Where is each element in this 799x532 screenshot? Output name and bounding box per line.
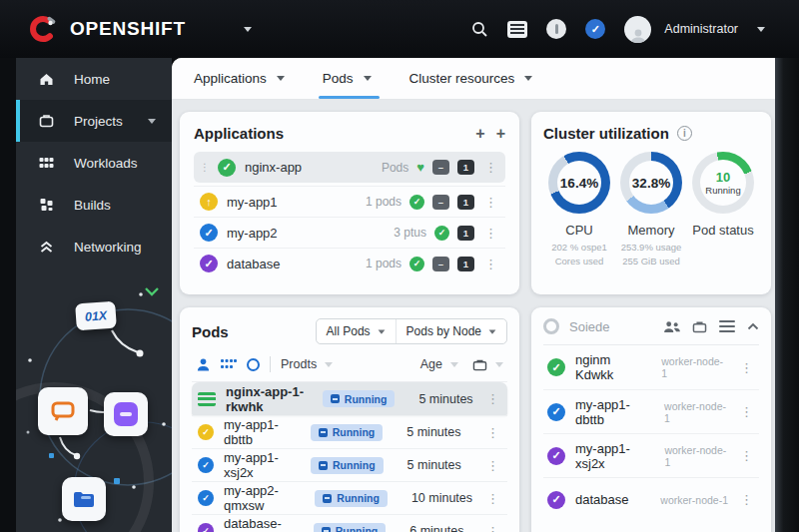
kebab-menu-icon[interactable]: ⋮ [484, 524, 501, 532]
health-heart-icon: ♥ [416, 160, 424, 175]
status-success-icon: ✓ [547, 358, 565, 376]
divider [270, 356, 271, 372]
topology-illustration: ÷ 01X [16, 282, 172, 532]
tab-applications[interactable]: Applications [194, 58, 285, 99]
kebab-menu-icon[interactable]: ⋮ [484, 458, 501, 473]
kebab-menu-icon[interactable]: ⋮ [482, 226, 499, 241]
pod-row[interactable]: ✓ my-app2-qmxsw Running 10 minutes ⋮ [192, 481, 507, 514]
tab-label: Cluster resources [409, 71, 515, 86]
badge-count: 1 [457, 160, 474, 175]
filter-label: All Pods [327, 324, 371, 338]
add-resource-button[interactable]: + [496, 126, 505, 142]
application-name: database [227, 257, 281, 271]
tab-label: Pods [323, 71, 354, 86]
sidebar-item-workloads[interactable]: Workloads [16, 142, 172, 184]
sidebar-item-networking[interactable]: Networking [16, 226, 172, 267]
status-db-icon: ✓ [547, 447, 565, 465]
avatar[interactable] [624, 16, 651, 43]
application-row-my-app2[interactable]: ✓ my-app2 3 ptus ✓ 1 ⋮ [194, 217, 505, 248]
chevron-down-icon [450, 362, 458, 367]
kebab-menu-icon[interactable]: ⋮ [738, 360, 755, 375]
cpu-donut-chart: 16.4% [548, 152, 610, 214]
resource-dropdown[interactable]: Prodts [281, 357, 333, 371]
application-name: my-app2 [227, 226, 278, 241]
node-label: worker-node-1 [660, 494, 728, 506]
openshift-console: OPENSHIFT ✓ Administrator Home [0, 0, 799, 532]
kebab-menu-icon[interactable]: ⋮ [738, 448, 755, 463]
pod-row[interactable]: ✓ my-app1-dbttb Running 5 minutes ⋮ [192, 415, 507, 448]
people-icon[interactable] [663, 320, 680, 333]
cluster-utilization-panel: Cluster utilization i 16.4% CPU 202 % os… [531, 112, 771, 294]
applications-panel: Applications + + ⋮ ✓ nginx-app Pods ♥ – … [180, 112, 519, 294]
memory-percent: 32.8% [632, 176, 670, 191]
filter-pods-by-node[interactable]: Pods by Node [396, 319, 506, 343]
kebab-menu-icon[interactable]: ⋮ [484, 391, 501, 406]
ring-filter-icon[interactable] [247, 358, 260, 371]
tab-cluster-resources[interactable]: Cluster resources [409, 58, 533, 99]
pod-row-nginx[interactable]: nginx-app-1-rkwhk Running 5 minutes ⋮ [192, 382, 507, 415]
chat-node-card [38, 387, 88, 435]
resource-dropdown-label: Prodts [281, 357, 317, 371]
status-success-icon: ✓ [198, 490, 214, 506]
collapse-chevron-icon[interactable] [747, 322, 759, 330]
chevron-down-icon [378, 329, 385, 333]
application-row-database[interactable]: ✓ database 1 pods ✓ – 1 ⋮ [194, 248, 505, 278]
project-dropdown[interactable] [472, 358, 503, 371]
kebab-menu-icon[interactable]: ⋮ [482, 195, 499, 210]
application-row-nginx-app[interactable]: ⋮ ✓ nginx-app Pods ♥ – 1 ⋮ [194, 152, 505, 183]
grid-view-icon[interactable] [221, 358, 237, 370]
info-icon[interactable]: i [677, 126, 692, 141]
list-icon[interactable] [719, 320, 735, 332]
sidebar: Home Projects Workloads Builds Networkin… [16, 58, 172, 532]
briefcase-icon [472, 358, 487, 371]
status-warning-icon: ✓ [198, 424, 214, 440]
running-status-icon [323, 494, 332, 503]
sidebar-item-home[interactable]: Home [16, 58, 172, 100]
running-status-icon [331, 394, 340, 403]
node-pod-row[interactable]: ✓ nginm Kdwkk worker-node-1 ⋮ [543, 345, 759, 389]
kebab-menu-icon[interactable]: ⋮ [482, 160, 499, 175]
kebab-menu-icon[interactable]: ⋮ [484, 425, 501, 440]
pod-name: my-app1-xsj2x [224, 450, 301, 480]
notification-icon[interactable] [546, 19, 566, 39]
kebab-menu-icon[interactable]: ⋮ [738, 492, 755, 507]
application-row-my-app1[interactable]: ↑ my-app1 1 pods ✓ – 1 ⋮ [194, 186, 505, 217]
badge-dash: – [432, 195, 449, 210]
badge-count: 1 [457, 226, 474, 241]
tab-pods[interactable]: Pods [323, 58, 372, 99]
node-pod-row[interactable]: ✓ database worker-node-1 ⋮ [543, 477, 759, 521]
status-success-icon: ✓ [409, 257, 424, 271]
pod-running-count: 10 [716, 170, 730, 185]
applications-title: Applications [194, 125, 284, 142]
chevron-down-icon [495, 362, 503, 367]
search-icon[interactable] [471, 21, 488, 38]
pod-row[interactable]: ✓ database-sfwbv Running 6 minutes ⋮ [192, 514, 507, 532]
status-success-icon: ✓ [218, 159, 236, 177]
drag-handle-icon[interactable]: ⋮ [200, 162, 209, 173]
sidebar-item-builds[interactable]: Builds [16, 184, 172, 226]
sidebar-item-label: Networking [74, 240, 142, 255]
node-pod-row[interactable]: ✓ my-app1-dbttb worker-node-1 ⋮ [543, 389, 759, 433]
kebab-menu-icon[interactable]: ⋮ [484, 491, 501, 506]
user-name[interactable]: Administrator [664, 22, 738, 36]
console-apps-icon[interactable] [507, 21, 527, 38]
verified-status-icon[interactable]: ✓ [585, 19, 605, 39]
add-application-button[interactable]: + [475, 126, 484, 142]
pod-row[interactable]: ✓ my-app1-xsj2x Running 5 minutes ⋮ [192, 448, 507, 481]
cpu-detail: 202 % ospe1Cores used [551, 241, 606, 269]
user-filter-icon[interactable] [196, 357, 211, 372]
node-pod-row[interactable]: ✓ my-app1-xsj2x worker-node-1 ⋮ [543, 433, 759, 477]
project-icon[interactable] [692, 320, 707, 333]
user-menu-caret-icon[interactable] [757, 27, 765, 32]
perspective-caret-icon[interactable] [244, 27, 252, 32]
filter-label: Pods by Node [406, 324, 481, 338]
pod-name: database [575, 492, 629, 507]
sidebar-item-projects[interactable]: Projects [16, 100, 172, 142]
pod-status-label: Pod status [692, 223, 753, 238]
kebab-menu-icon[interactable]: ⋮ [738, 404, 755, 419]
main-content: Applications Pods Cluster resources Appl… [172, 58, 775, 532]
kebab-menu-icon[interactable]: ⋮ [482, 257, 499, 271]
status-sync-icon: ✓ [200, 224, 218, 242]
filter-all-pods[interactable]: All Pods [317, 319, 396, 343]
sort-by-age-dropdown[interactable]: Age [420, 357, 458, 371]
